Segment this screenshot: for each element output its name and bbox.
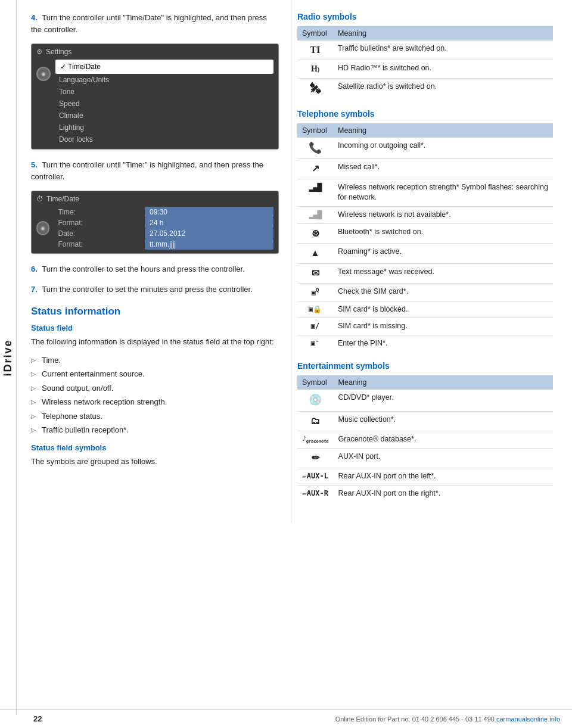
- table-row: ✉ Text message* was received.: [297, 263, 553, 283]
- page-number: 22: [33, 714, 42, 723]
- format2-label: Format:: [54, 239, 145, 250]
- bullet-traffic: Traffic bulletin reception*.: [31, 423, 279, 437]
- tel-sym-nosignal: ▂▄█: [297, 206, 333, 223]
- timedate-table: Time: 09:30 Format: 24 h Date: 27.05.201…: [54, 207, 273, 250]
- tel-sym-roam: ▲: [297, 244, 333, 263]
- tel-meaning-simcheck: Check the SIM card*.: [333, 284, 553, 301]
- status-field-symbols-heading: Status field symbols: [31, 443, 279, 452]
- table-row: ▲ Roaming* is active.: [297, 244, 553, 263]
- ent-sym-cd: 💿: [297, 390, 334, 411]
- status-field-symbols-text: The symbols are grouped as follows.: [31, 456, 279, 468]
- radio-sym-hd: H): [297, 60, 333, 79]
- table-row: ♪gracenote Gracenote® database*.: [297, 431, 553, 448]
- step-7: 7. Turn the controller to set the minute…: [31, 284, 279, 295]
- table-row: ▣¨ Enter the PIN*.: [297, 335, 553, 351]
- ent-sym-music: 🗂: [297, 411, 334, 431]
- ent-sym-aux: ✏: [297, 448, 334, 468]
- clock-icon: ⏱: [36, 195, 43, 203]
- step-5-num: 5.: [31, 160, 38, 169]
- time-value: 09:30: [145, 207, 273, 217]
- ent-col-meaning: Meaning: [334, 375, 553, 390]
- radio-meaning-ti: Traffic bulletins* are switched on.: [333, 41, 553, 60]
- ent-meaning-aux: AUX-IN port.: [334, 448, 553, 468]
- tel-meaning-sms: Text message* was received.: [333, 263, 553, 283]
- table-row: ▣Q Check the SIM card*.: [297, 284, 553, 301]
- tel-meaning-simmissing: SIM card* is missing.: [333, 318, 553, 335]
- tel-sym-bt: ⊛: [297, 223, 333, 243]
- radio-meaning-sat: Satellite radio* is switched on.: [333, 78, 553, 99]
- tel-meaning-call: Incoming or outgoing call*.: [333, 138, 553, 159]
- step-4-num: 4.: [31, 13, 38, 22]
- ent-sym-gracenote: ♪gracenote: [297, 431, 334, 448]
- bullet-entertainment: Current entertainment source.: [31, 367, 279, 381]
- tel-sym-pin: ▣¨: [297, 335, 333, 351]
- ent-meaning-music: Music collection*.: [334, 411, 553, 431]
- tel-sym-simcheck: ▣Q: [297, 284, 333, 301]
- table-row: ✏AUX-L Rear AUX-IN port on the left*.: [297, 468, 553, 486]
- table-row: H) HD Radio™* is switched on.: [297, 60, 553, 79]
- ent-sym-aux-l: ✏AUX-L: [297, 468, 334, 486]
- footer-copyright: Online Edition for Part no. 01 40 2 606 …: [335, 715, 560, 723]
- status-field-text: The following information is displayed i…: [31, 336, 279, 349]
- ent-meaning-aux-r: Rear AUX-IN port on the right*.: [334, 485, 553, 502]
- telephone-symbols-table: Symbol Meaning 📞 Incoming or outgoing ca…: [297, 123, 553, 351]
- bullet-wireless: Wireless network reception strength.: [31, 395, 279, 409]
- table-row: ▣/ SIM card* is missing.: [297, 318, 553, 335]
- time-label: Time:: [54, 207, 145, 217]
- step-5: 5. Turn the controller until "Time:" is …: [31, 159, 279, 182]
- table-row: 🛰 Satellite radio* is switched on.: [297, 78, 553, 99]
- table-row: TI Traffic bulletins* are switched on.: [297, 41, 553, 60]
- tel-col-symbol: Symbol: [297, 123, 333, 138]
- idrive-tab: iDrive: [0, 0, 17, 715]
- timedate-screenshot: ⏱ Time/Date ◉ Time: 09:30 Format: 24 h D…: [31, 191, 279, 254]
- nav-knob-2: ◉: [36, 221, 49, 235]
- ent-sym-aux-r: ✏AUX-R: [297, 485, 334, 502]
- step-5-text: Turn the controller until "Time:" is hig…: [31, 160, 263, 181]
- entertainment-symbols-table: Symbol Meaning 💿 CD/DVD* player. 🗂 Music…: [297, 375, 553, 502]
- radio-symbols-heading: Radio symbols: [297, 12, 553, 21]
- ent-meaning-gracenote: Gracenote® database*.: [334, 431, 553, 448]
- step-6-text: Turn the controller to set the hours and…: [42, 265, 245, 273]
- tel-meaning-signal: Wireless network reception strength* Sym…: [333, 179, 553, 206]
- radio-sym-sat: 🛰: [297, 78, 333, 99]
- table-row: 🗂 Music collection*.: [297, 411, 553, 431]
- menu-item-timedate: ✓ Time/Date: [55, 60, 273, 74]
- table-row: ▂▄█ Wireless network reception strength*…: [297, 179, 553, 206]
- format1-value: 24 h: [145, 217, 273, 228]
- date-label: Date:: [54, 228, 145, 239]
- tel-meaning-roam: Roaming* is active.: [333, 244, 553, 263]
- ent-meaning-aux-l: Rear AUX-IN port on the left*.: [334, 468, 553, 486]
- timedate-title: Time/Date: [46, 195, 79, 203]
- tel-sym-call: 📞: [297, 138, 333, 159]
- tel-meaning-bt: Bluetooth* is switched on.: [333, 223, 553, 243]
- radio-col-meaning: Meaning: [333, 26, 553, 41]
- menu-item-tone: Tone: [55, 86, 273, 98]
- settings-menu: ✓ Time/Date Language/Units Tone Speed Cl…: [55, 60, 273, 145]
- table-row: ⊛ Bluetooth* is switched on.: [297, 223, 553, 243]
- tel-sym-signal: ▂▄█: [297, 179, 333, 206]
- table-row: 💿 CD/DVD* player.: [297, 390, 553, 411]
- tel-sym-simblocked: ▣🔒: [297, 301, 333, 318]
- table-row: 📞 Incoming or outgoing call*.: [297, 138, 553, 159]
- step-6-num: 6.: [31, 265, 38, 273]
- status-field-bullet-list: Time. Current entertainment source. Soun…: [31, 353, 279, 437]
- table-row: ✏AUX-R Rear AUX-IN port on the right*.: [297, 485, 553, 502]
- telephone-symbols-heading: Telephone symbols: [297, 109, 553, 119]
- bullet-telephone: Telephone status.: [31, 409, 279, 424]
- format2-value: tt.mm.jjjj: [145, 239, 273, 250]
- menu-item-speed: Speed: [55, 98, 273, 110]
- menu-item-language: Language/Units: [55, 74, 273, 86]
- tel-sym-simmissing: ▣/: [297, 318, 333, 335]
- radio-sym-ti: TI: [297, 41, 333, 60]
- bullet-time: Time.: [31, 353, 279, 368]
- ent-col-symbol: Symbol: [297, 375, 334, 390]
- tel-sym-sms: ✉: [297, 263, 333, 283]
- table-row: ↗ Missed call*.: [297, 159, 553, 179]
- step-4: 4. Turn the controller until "Time/Date"…: [31, 12, 279, 35]
- radio-col-symbol: Symbol: [297, 26, 333, 41]
- tel-sym-missed: ↗: [297, 159, 333, 179]
- menu-item-lighting: Lighting: [55, 122, 273, 133]
- tel-meaning-pin: Enter the PIN*.: [333, 335, 553, 351]
- right-column: Radio symbols Symbol Meaning TI Traffic …: [291, 0, 565, 523]
- step-7-text: Turn the controller to set the minutes a…: [42, 285, 253, 294]
